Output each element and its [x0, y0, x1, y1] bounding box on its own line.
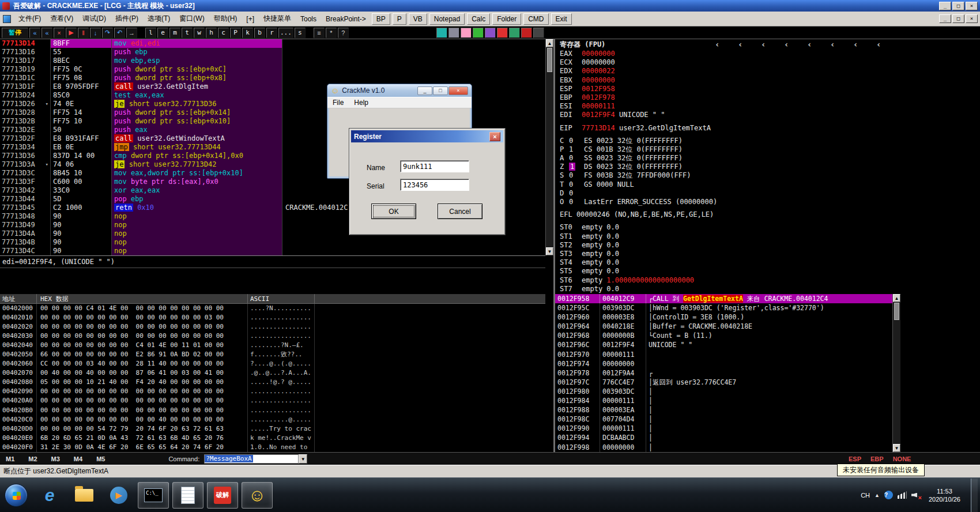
volume-muted-icon[interactable]: ×: [911, 491, 921, 499]
plugin-icon-8[interactable]: [521, 28, 532, 38]
disasm-row[interactable]: 77713D4C90nop: [0, 247, 545, 255]
stack-row[interactable]: 0012F9780012F9A4┌: [555, 368, 892, 378]
taskbar-item-explorer-icon[interactable]: [69, 482, 100, 509]
stack-row[interactable]: 0012F958004012C9┌CALL 到 GetDlgItemTextA …: [555, 294, 892, 303]
window-button-l[interactable]: l: [145, 28, 156, 38]
fpu-row[interactable]: ST0empty 0.0: [555, 223, 980, 232]
dump-row[interactable]: 0040208005 00 00 00 10 21 40 00 F4 20 40…: [0, 378, 545, 387]
fpu-row[interactable]: ST7empty 0.0: [555, 285, 980, 293]
taskbar-item-editor-window[interactable]: [172, 482, 203, 509]
command-input[interactable]: ?MessageBoxA: [204, 454, 299, 464]
register-row[interactable]: EBP0012F978: [555, 93, 980, 102]
mdi-child-icon[interactable]: [3, 15, 11, 23]
run-icon[interactable]: ▶: [66, 28, 77, 38]
window-button-e[interactable]: e: [157, 28, 168, 38]
dialog-close-icon[interactable]: ×: [489, 132, 500, 141]
taskbar-item-ie-icon[interactable]: e: [34, 482, 65, 509]
menu-item[interactable]: Tools: [296, 13, 321, 25]
fpu-row[interactable]: ST6empty 1.0000000000000000000: [555, 276, 980, 285]
hidden-icons-arrow[interactable]: ▲: [875, 492, 880, 498]
dump-row[interactable]: 0040204000 00 00 00 00 00 00 00 C4 01 4E…: [0, 341, 545, 350]
collapse-chevron-icon[interactable]: ‹: [807, 39, 812, 50]
plugin-icon-6[interactable]: [497, 28, 508, 38]
menu-item[interactable]: [+]: [242, 13, 259, 25]
stack-row[interactable]: 0012F97C776CC4E7│返回到 user32.776CC4E7: [555, 378, 892, 387]
register-dialog[interactable]: Register × Name Serial OK Cancel: [349, 128, 506, 235]
mdi-minimize-icon[interactable]: _: [939, 14, 951, 23]
pause-program-icon[interactable]: ‖: [78, 28, 89, 38]
dump-row[interactable]: 0040202000 00 00 00 00 00 00 00 00 00 00…: [0, 322, 545, 332]
menu-item[interactable]: 快捷菜单: [259, 12, 296, 25]
fpu-row[interactable]: ST1empty 0.0: [555, 232, 980, 241]
plugin-icon-7[interactable]: [509, 28, 520, 38]
plugin-icon-4[interactable]: [473, 28, 484, 38]
taskbar-item-pojie-window[interactable]: 破解: [207, 482, 238, 509]
fpu-row[interactable]: ST4empty 0.0: [555, 258, 980, 267]
stack-scrollbar[interactable]: ▲ ▼: [892, 294, 900, 452]
dump-row[interactable]: 0040200000 00 00 00 C4 01 4E 00 00 00 00…: [0, 304, 545, 313]
register-row[interactable]: EBX00000000: [555, 76, 980, 85]
stack-row[interactable]: 0012F96C0012F9F4UNICODE " ": [555, 340, 892, 349]
register-row[interactable]: EDI0012F9F4 UNICODE " ": [555, 111, 980, 119]
disasm-row[interactable]: 77713D4B90nop: [0, 238, 545, 247]
show-desktop-button[interactable]: [971, 479, 978, 512]
dump-row[interactable]: 004020C000 00 00 00 00 00 00 00 00 00 40…: [0, 415, 545, 424]
collapse-chevron-icon[interactable]: ‹: [761, 39, 766, 50]
fpu-row[interactable]: ST2empty 0.0: [555, 241, 980, 250]
dump-row[interactable]: 004020E06B 20 6D 65 21 0D 0A 43 72 61 63…: [0, 434, 545, 443]
dump-row[interactable]: 0040201000 00 00 00 00 00 00 00 00 00 00…: [0, 313, 545, 322]
plugin-icon-3[interactable]: [461, 28, 472, 38]
dump-row[interactable]: 0040203000 00 00 00 00 00 00 00 00 00 00…: [0, 332, 545, 341]
scroll-down-icon[interactable]: ▼: [893, 444, 900, 452]
disasm-row[interactable]: 77713D19FF75 0Cpush dword ptr ss:[ebp+0x…: [0, 65, 545, 74]
menu-item-boxed[interactable]: Calc: [467, 13, 490, 25]
register-row[interactable]: EAX00000000: [555, 50, 980, 58]
dump-row[interactable]: 0040205066 00 00 00 00 00 00 00 E2 86 91…: [0, 350, 545, 359]
scrollbar-thumb[interactable]: [547, 48, 552, 72]
dump-row[interactable]: 00402060CC 00 00 00 03 40 00 00 28 11 40…: [0, 359, 545, 368]
mdi-close-icon[interactable]: ×: [966, 14, 978, 23]
crackme-menu-help[interactable]: Help: [349, 97, 374, 108]
dump-header-hex[interactable]: HEX 数据: [37, 294, 248, 303]
taskbar-item-cmd-window[interactable]: C:\_: [138, 482, 169, 509]
minimize-icon[interactable]: _: [939, 2, 951, 10]
menu-item[interactable]: 选项(T): [143, 12, 175, 25]
menu-item-boxed[interactable]: P: [393, 13, 406, 25]
fpu-row[interactable]: ST3empty 0.0: [555, 250, 980, 258]
collapse-chevron-icon[interactable]: ‹: [830, 39, 835, 50]
menu-item-boxed[interactable]: CMD: [523, 13, 548, 25]
collapse-chevron-icon[interactable]: ‹: [876, 39, 881, 50]
disasm-row[interactable]: 77713D148BFFmov edi,edi: [0, 39, 545, 48]
open-file-icon[interactable]: «: [29, 28, 40, 38]
crackme-menu-file[interactable]: File: [327, 97, 349, 108]
crackme-close-icon[interactable]: ×: [448, 86, 468, 95]
plugin-icon-9[interactable]: [533, 28, 544, 38]
pause-button[interactable]: 暂停: [2, 28, 28, 38]
menu-item-boxed[interactable]: Exit: [551, 13, 572, 25]
plugin-icon-1[interactable]: [436, 28, 447, 38]
menu-item[interactable]: 查看(V): [46, 12, 78, 25]
name-input[interactable]: [400, 160, 469, 172]
window-button-m[interactable]: m: [169, 28, 180, 38]
crackme-titlebar[interactable]: ☺ CrackMe v1.0 _ □ ×: [327, 84, 472, 97]
cancel-button[interactable]: Cancel: [438, 204, 483, 219]
plugin-icon-5[interactable]: [485, 28, 496, 38]
register-row-eip[interactable]: EIP77713D14 user32.GetDlgItemTextA: [555, 124, 980, 133]
scroll-up-icon[interactable]: ▲: [893, 294, 900, 302]
menu-item[interactable]: 插件(P): [111, 12, 143, 25]
register-dialog-titlebar[interactable]: Register ×: [351, 130, 503, 142]
crackme-maximize-icon[interactable]: □: [433, 86, 448, 95]
disasm-row[interactable]: 77713D178BECmov ebp,esp: [0, 57, 545, 65]
stack-row[interactable]: 0012F980003903DC│: [555, 387, 892, 396]
serial-input[interactable]: [400, 179, 469, 191]
menu-item-boxed[interactable]: VB: [409, 13, 427, 25]
menu-item[interactable]: 文件(F): [14, 12, 46, 25]
ok-button[interactable]: OK: [371, 204, 416, 219]
flag-row[interactable]: S0FS 003B 32位 7FFDF000(FFF): [555, 171, 980, 180]
stack-row[interactable]: 0012F97000000111: [555, 350, 892, 359]
close-icon[interactable]: ×: [966, 2, 978, 10]
disasm-row[interactable]: 77713D1655push ebp: [0, 48, 545, 57]
fpu-row[interactable]: ST5empty 0.0: [555, 267, 980, 276]
window-button-more[interactable]: ...: [278, 28, 293, 38]
scroll-up-icon[interactable]: ▲: [546, 39, 553, 47]
